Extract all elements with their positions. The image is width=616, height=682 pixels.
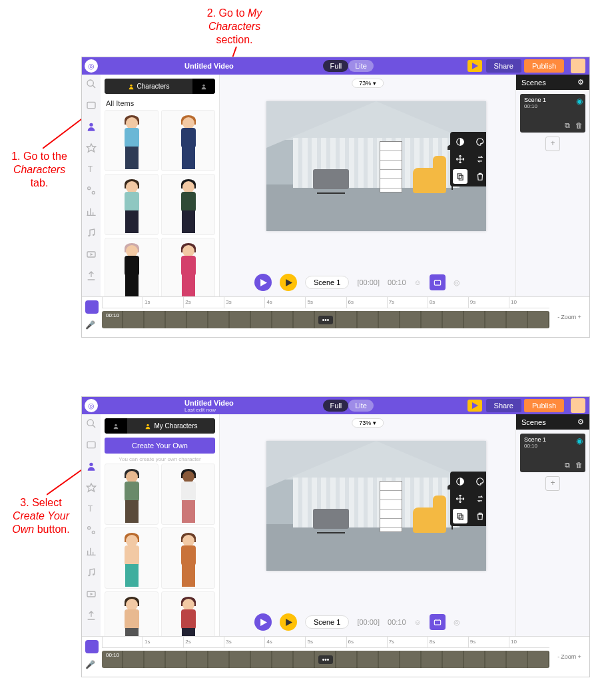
user-avatar[interactable] [571,59,585,73]
character-item[interactable] [105,238,158,296]
search-icon[interactable] [86,418,97,429]
effects-icon[interactable] [86,185,97,196]
app-logo[interactable]: ◎ [85,399,98,412]
scene-thumbnail[interactable]: Scene 1 00:10 ◉ ⧉🗑 [520,94,585,133]
pose-icon[interactable]: ☺ [414,618,422,626]
chart-icon[interactable] [86,206,97,217]
scenes-settings-icon[interactable]: ⚙ [577,78,584,87]
timeline-video-icon[interactable] [85,300,99,314]
mode-lite[interactable]: Lite [348,400,374,412]
scene-delete-icon[interactable]: 🗑 [575,461,583,470]
character-item[interactable] [105,110,158,171]
share-button[interactable]: Share [486,399,521,412]
props-icon[interactable] [86,143,97,153]
user-avatar[interactable] [571,398,585,413]
character-item[interactable] [105,464,158,525]
track-menu[interactable]: ••• [318,655,334,664]
mode-lite[interactable]: Lite [348,60,374,72]
timeline-track[interactable]: 00:10••• [102,311,549,328]
camera-icon[interactable] [430,274,446,290]
tab-characters[interactable]: Characters [105,79,192,94]
character-item[interactable] [161,591,215,636]
tab-my-characters[interactable]: My Characters [127,418,215,434]
tool-copy[interactable] [453,509,467,523]
video-icon[interactable] [86,589,97,599]
tool-move[interactable] [453,152,467,167]
zoom-selector[interactable]: 73% ▾ [352,79,384,88]
add-scene-button[interactable]: + [545,476,560,491]
zoom-selector[interactable]: 73% ▾ [352,418,384,428]
scenes-settings-icon[interactable]: ⚙ [577,418,584,426]
character-item[interactable] [161,238,215,296]
characters-icon[interactable] [86,461,97,472]
tab-my-characters[interactable] [192,79,215,94]
tool-delete[interactable] [473,509,486,523]
timeline-mic-icon[interactable]: 🎤 [85,320,99,334]
scene-copy-icon[interactable]: ⧉ [565,461,570,470]
music-icon[interactable] [86,228,97,238]
target-icon[interactable]: ◎ [454,278,460,287]
text-icon[interactable]: T [86,164,97,174]
tool-swap[interactable] [473,492,486,506]
share-button[interactable]: Share [486,59,521,73]
tool-palette[interactable] [473,474,486,489]
timeline-zoom[interactable]: - Zoom + [549,297,589,337]
upload-icon[interactable] [86,270,97,281]
character-item[interactable] [105,591,158,636]
text-icon[interactable]: T [86,504,97,514]
mode-full[interactable]: Full [323,60,348,72]
video-icon[interactable] [86,249,97,260]
tool-move[interactable] [453,492,467,506]
target-icon[interactable]: ◎ [454,618,460,627]
backgrounds-icon[interactable] [86,440,97,450]
tool-contrast[interactable] [453,135,467,149]
tool-palette[interactable] [473,135,486,149]
tool-copy[interactable] [453,169,467,184]
mode-full[interactable]: Full [323,400,348,412]
play-all[interactable] [280,613,297,631]
app-logo[interactable]: ◎ [85,59,98,73]
play-button[interactable] [467,400,482,412]
search-icon[interactable] [86,79,97,89]
publish-button[interactable]: Publish [524,59,564,73]
tab-characters[interactable] [105,418,127,434]
backgrounds-icon[interactable] [86,100,97,111]
props-icon[interactable] [86,482,97,493]
upload-icon[interactable] [86,610,97,621]
track-menu[interactable]: ••• [318,316,334,324]
character-item[interactable] [161,527,215,589]
stage[interactable] [266,441,486,571]
scene-delete-icon[interactable]: 🗑 [575,121,583,130]
character-item[interactable] [161,110,215,171]
character-item[interactable] [161,174,215,235]
play-scene[interactable] [254,274,272,291]
effects-icon[interactable] [86,525,97,535]
camera-icon[interactable] [430,614,446,630]
character-item[interactable] [105,174,158,235]
tool-swap[interactable] [473,152,486,167]
tool-delete[interactable] [473,169,486,184]
music-icon[interactable] [86,567,97,578]
timeline-mic-icon[interactable]: 🎤 [85,660,99,673]
play-scene[interactable] [254,613,272,631]
tool-contrast[interactable] [453,474,467,489]
create-your-own-button[interactable]: Create Your Own [105,438,215,454]
scene-thumbnail[interactable]: Scene 1 00:10 ◉ ⧉🗑 [520,434,585,472]
scene-chip[interactable]: Scene 1 [305,276,349,289]
scene-chip[interactable]: Scene 1 [305,615,349,629]
pose-icon[interactable]: ☺ [414,278,422,286]
stage[interactable] [266,101,486,231]
chart-icon[interactable] [86,546,97,557]
character-item[interactable] [161,464,215,525]
play-button[interactable] [467,60,482,72]
timeline-zoom[interactable]: - Zoom + [549,637,589,677]
publish-button[interactable]: Publish [524,399,564,412]
add-scene-button[interactable]: + [545,137,560,151]
scene-copy-icon[interactable]: ⧉ [565,121,570,130]
svg-marker-48 [286,619,292,626]
play-all[interactable] [280,274,297,291]
timeline-video-icon[interactable] [85,640,99,653]
character-item[interactable] [105,527,158,589]
characters-icon[interactable] [86,121,97,132]
timeline-track[interactable]: 00:10••• [102,651,549,668]
